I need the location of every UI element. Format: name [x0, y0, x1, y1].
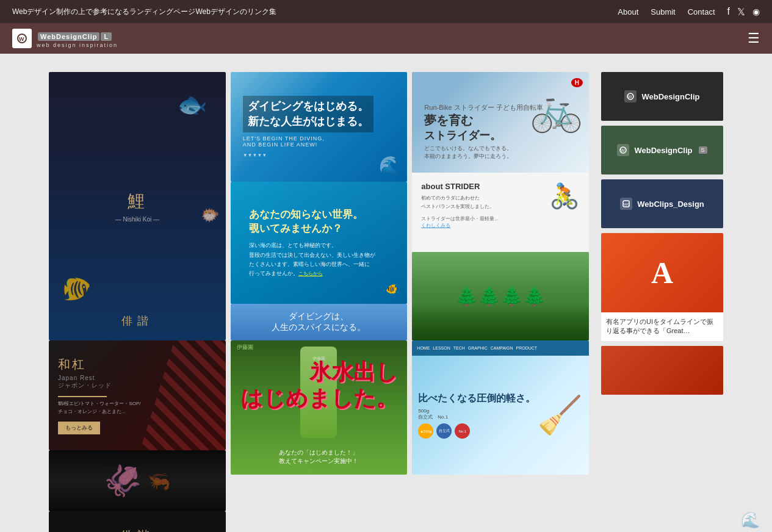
dive-bot-text: ダイビングは、人生のスパイスになる。: [272, 311, 366, 333]
sidebar-label-3: WebClips_Design: [637, 200, 704, 209]
article-letter: A: [651, 255, 673, 290]
svg-text:W: W: [19, 36, 24, 42]
koi-bottom-text: 俳諧: [121, 314, 153, 328]
rss-icon[interactable]: ◉: [752, 7, 760, 16]
sidebar-label-2: WebDesignClip: [634, 146, 692, 155]
matcha-sub: あなたの「はじめました！」教えてキャンペーン実施中！: [279, 448, 358, 466]
vacuum-icon: 🧹: [537, 394, 583, 437]
logo-subtitle: web design inspiration: [37, 42, 118, 48]
wdc-logo-icon-2: W: [617, 144, 629, 156]
dive2-sub: 深い海の底は、とても神秘的です。普段の生活では決して出会えない、美しい生き物がた…: [249, 241, 389, 278]
sidebar-extra-card[interactable]: [601, 346, 723, 395]
koi-title: 鯉: [115, 190, 159, 213]
jr-en2: ジャポン・レッド: [58, 381, 141, 390]
koi-sub: — Nishiki Koi —: [115, 216, 159, 223]
sidebar-label-1: WebDesignClip: [641, 92, 699, 101]
top-bar-right: About Submit Contact f 𝕏 ◉: [618, 6, 760, 18]
svg-text:W: W: [628, 95, 632, 99]
twitter-icon[interactable]: 𝕏: [737, 6, 745, 18]
logo-area[interactable]: W WebDesignClipL web design inspiration: [12, 29, 118, 48]
sidebar-link-3-content: WC WebClips_Design: [620, 198, 704, 210]
elux-sub: 500g自立式 No.1: [418, 408, 537, 420]
strider-tagline: どこでもいける。なんでもできる。本能のまままろう。夢中に走ろう。: [424, 145, 543, 160]
strider-bike-small: 🚴: [549, 182, 580, 210]
sidebar-article[interactable]: A 有名アプリのUIをタイムラインで振り返る事ができる「Great…: [601, 233, 723, 341]
creature-icon: 🦑: [104, 463, 142, 498]
dive-main-text: ダイビングをはじめる。新たな人生がはじまる。: [243, 96, 373, 132]
submit-link[interactable]: Submit: [651, 7, 675, 16]
japan-rest-card[interactable]: 和杠 Japan Rest ジャポン・レッド 鯛/桜エビ/トマト・ウォーター・S…: [49, 340, 226, 450]
strider-title: 夢を育む ストライダー。: [424, 112, 543, 143]
forest-ground: [412, 304, 589, 340]
contact-link[interactable]: Contact: [688, 7, 715, 16]
wdc-logo-icon-1: W: [624, 90, 637, 102]
dark-creature-card[interactable]: 🦑 🦐: [49, 450, 226, 511]
electrolux-card[interactable]: HOME LESSON TECH GRAPHIC CAMPAIGN PRODUC…: [412, 340, 589, 475]
elux-nav: HOME LESSON TECH GRAPHIC CAMPAIGN PRODUC…: [412, 340, 589, 356]
dive2-main: あなたの知らない世界。覗いてみませんか？: [249, 207, 389, 237]
creature-icon2: 🦐: [148, 470, 170, 492]
elux-badges: ▲500g 自立式 No.1: [418, 423, 537, 439]
matcha-card[interactable]: 伊藤園 伊藤園 氷水出しはじめました。 あなたの「はじめました！」教えてキャンペ…: [231, 340, 408, 475]
content-grid: 🐟 🐠 🐡 鯉 — Nishiki Koi — 俳諧 和杠 Japan Rest…: [49, 72, 589, 532]
top-bar: Webデザイン制作の上で参考になるランディングページWebデザインのリンク集 A…: [0, 0, 772, 23]
diving-mid-card[interactable]: あなたの知らない世界。覗いてみませんか？ 深い海の底は、とても神秘的です。普段の…: [231, 182, 408, 304]
sidebar-link-2-content: W WebDesignClip S: [617, 144, 707, 156]
elux-main-text: 比べたくなる圧倒的軽さ。: [418, 392, 537, 405]
jr-en: Japan Rest: [58, 375, 141, 381]
webclips-logo-icon: WC: [620, 198, 632, 210]
koi-fish-3: 🐡: [201, 206, 220, 224]
haiku-text: 俳諧: [120, 528, 154, 533]
koi-fish-2: 🐠: [61, 275, 92, 304]
svg-text:WC: WC: [624, 203, 630, 206]
logo-text: WebDesignClipL web design inspiration: [37, 29, 118, 48]
elux-text-area: 比べたくなる圧倒的軽さ。 500g自立式 No.1 ▲500g 自立式 No.1: [418, 392, 537, 439]
logo-icon: W: [12, 29, 32, 48]
grid-col-1: 🐟 🐠 🐡 鯉 — Nishiki Koi — 俳諧 和杠 Japan Rest…: [49, 72, 226, 532]
sidebar-link-2[interactable]: W WebDesignClip S: [601, 126, 723, 174]
strider-label: Run-Bike ストライダー 子ども用自転車: [424, 103, 543, 112]
logo-title: WebDesignClipL: [37, 29, 118, 42]
hamburger-menu[interactable]: ☰: [748, 31, 760, 46]
badge1: ▲500g: [418, 423, 433, 439]
sidebar-link-3[interactable]: WC WebClips_Design: [601, 179, 723, 228]
diving-top-card[interactable]: ダイビングをはじめる。新たな人生がはじまる。 LET'S BEGIN THE D…: [231, 72, 408, 182]
sidebar-badge-2: S: [699, 146, 707, 154]
main-content: 🐟 🐠 🐡 鯉 — Nishiki Koi — 俳諧 和杠 Japan Rest…: [0, 54, 772, 532]
forest-trees: 🌲🌲🌲🌲: [455, 286, 546, 307]
grid-col-2: ダイビングをはじめる。新たな人生がはじまる。 LET'S BEGIN THE D…: [231, 72, 408, 532]
jr-pattern: [140, 340, 226, 450]
haiku-card[interactable]: 俳諧: [49, 511, 226, 532]
jr-title: 和杠: [58, 356, 141, 373]
sidebar-article-img: A: [601, 233, 723, 312]
matcha-big-text: 氷水出しはじめました。: [240, 359, 398, 411]
sidebar-link-1[interactable]: W WebDesignClip: [601, 72, 723, 121]
strider-bot-card[interactable]: 🌲🌲🌲🌲: [412, 252, 589, 340]
koi-fish-1: 🐟: [177, 90, 207, 119]
sidebar-article-text: 有名アプリのUIをタイムラインで振り返る事ができる「Great…: [601, 312, 723, 341]
koi-card[interactable]: 🐟 🐠 🐡 鯉 — Nishiki Koi — 俳諧: [49, 72, 226, 340]
about-strider-body: 初めてのカラダにあわせたベストバランスを実現しました。: [421, 194, 499, 210]
about-strider-features: ストライダーは世界最小・最軽量... くわしくみる: [421, 215, 499, 229]
site-header: W WebDesignClipL web design inspiration …: [0, 23, 772, 54]
grid-col-3: H Run-Bike ストライダー 子ども用自転車 夢を育む ストライダー。 ど…: [412, 72, 589, 532]
social-icons: f 𝕏 ◉: [727, 6, 760, 18]
about-strider-title: about STRIDER: [421, 182, 499, 191]
sidebar-link-1-content: W WebDesignClip: [624, 90, 699, 102]
about-link[interactable]: About: [618, 7, 638, 16]
facebook-icon[interactable]: f: [727, 6, 730, 17]
announcement-text: Webデザイン制作の上で参考になるランディングページWebデザインのリンク集: [12, 7, 276, 17]
strider-mid-card[interactable]: about STRIDER 初めてのカラダにあわせたベストバランスを実現しました…: [412, 173, 589, 252]
elux-body: 比べたくなる圧倒的軽さ。 500g自立式 No.1 ▲500g 自立式 No.1…: [412, 356, 589, 475]
badge2: 自立式: [436, 423, 452, 439]
svg-text:W: W: [621, 148, 625, 153]
sidebar: W WebDesignClip W WebDesignClip S WC Web…: [601, 72, 723, 532]
diving-bot-card[interactable]: ダイビングは、人生のスパイスになる。 🌊: [231, 304, 408, 340]
strider-top-card[interactable]: H Run-Bike ストライダー 子ども用自転車 夢を育む ストライダー。 ど…: [412, 72, 589, 173]
dive-en-text: LET'S BEGIN THE DIVING,AND BEGIN LIFE AN…: [243, 135, 395, 148]
badge3: No.1: [455, 423, 470, 439]
